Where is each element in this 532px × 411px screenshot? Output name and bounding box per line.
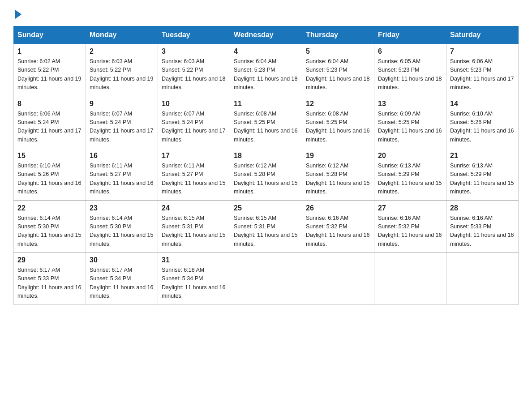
calendar-cell bbox=[374, 253, 446, 305]
page-header bbox=[13, 9, 519, 17]
calendar-cell: 20Sunrise: 6:13 AMSunset: 5:29 PMDayligh… bbox=[374, 148, 446, 201]
day-info: Sunrise: 6:07 AMSunset: 5:24 PMDaylight:… bbox=[90, 110, 154, 145]
calendar-cell: 21Sunrise: 6:13 AMSunset: 5:29 PMDayligh… bbox=[446, 148, 519, 201]
calendar-cell bbox=[302, 253, 374, 305]
day-number: 7 bbox=[450, 47, 515, 56]
day-info: Sunrise: 6:15 AMSunset: 5:31 PMDaylight:… bbox=[162, 214, 226, 249]
calendar-cell: 10Sunrise: 6:07 AMSunset: 5:24 PMDayligh… bbox=[158, 96, 230, 148]
calendar-cell: 19Sunrise: 6:12 AMSunset: 5:28 PMDayligh… bbox=[302, 148, 374, 201]
calendar-cell: 23Sunrise: 6:14 AMSunset: 5:30 PMDayligh… bbox=[86, 200, 158, 253]
calendar-cell: 3Sunrise: 6:03 AMSunset: 5:22 PMDaylight… bbox=[158, 44, 230, 96]
calendar-week-row: 29Sunrise: 6:17 AMSunset: 5:33 PMDayligh… bbox=[14, 253, 519, 305]
weekday-header-friday: Friday bbox=[374, 26, 446, 44]
day-number: 3 bbox=[162, 47, 226, 56]
calendar-cell: 2Sunrise: 6:03 AMSunset: 5:22 PMDaylight… bbox=[86, 44, 158, 96]
calendar-week-row: 1Sunrise: 6:02 AMSunset: 5:22 PMDaylight… bbox=[14, 44, 519, 96]
day-info: Sunrise: 6:12 AMSunset: 5:28 PMDaylight:… bbox=[234, 162, 298, 197]
day-info: Sunrise: 6:11 AMSunset: 5:27 PMDaylight:… bbox=[162, 162, 226, 197]
day-info: Sunrise: 6:06 AMSunset: 5:23 PMDaylight:… bbox=[450, 57, 515, 92]
day-number: 21 bbox=[450, 152, 515, 160]
day-info: Sunrise: 6:06 AMSunset: 5:24 PMDaylight:… bbox=[17, 110, 82, 145]
day-number: 20 bbox=[378, 152, 442, 160]
day-info: Sunrise: 6:10 AMSunset: 5:26 PMDaylight:… bbox=[17, 162, 82, 197]
day-info: Sunrise: 6:04 AMSunset: 5:23 PMDaylight:… bbox=[234, 57, 298, 92]
calendar-cell: 9Sunrise: 6:07 AMSunset: 5:24 PMDaylight… bbox=[86, 96, 158, 148]
weekday-header-monday: Monday bbox=[86, 26, 158, 44]
day-info: Sunrise: 6:10 AMSunset: 5:26 PMDaylight:… bbox=[450, 110, 515, 145]
day-number: 5 bbox=[306, 47, 370, 56]
calendar-cell: 7Sunrise: 6:06 AMSunset: 5:23 PMDaylight… bbox=[446, 44, 519, 96]
day-number: 6 bbox=[378, 47, 442, 56]
day-number: 9 bbox=[90, 100, 154, 108]
day-number: 17 bbox=[162, 152, 226, 160]
calendar-cell: 4Sunrise: 6:04 AMSunset: 5:23 PMDaylight… bbox=[230, 44, 302, 96]
day-info: Sunrise: 6:16 AMSunset: 5:33 PMDaylight:… bbox=[450, 214, 515, 249]
calendar-cell bbox=[230, 253, 302, 305]
day-number: 28 bbox=[450, 204, 515, 212]
day-info: Sunrise: 6:02 AMSunset: 5:22 PMDaylight:… bbox=[17, 57, 82, 92]
day-number: 13 bbox=[378, 100, 442, 108]
day-info: Sunrise: 6:12 AMSunset: 5:28 PMDaylight:… bbox=[306, 162, 370, 197]
calendar-cell: 30Sunrise: 6:17 AMSunset: 5:34 PMDayligh… bbox=[86, 253, 158, 305]
day-info: Sunrise: 6:14 AMSunset: 5:30 PMDaylight:… bbox=[17, 214, 82, 249]
calendar-cell: 18Sunrise: 6:12 AMSunset: 5:28 PMDayligh… bbox=[230, 148, 302, 201]
calendar-cell: 11Sunrise: 6:08 AMSunset: 5:25 PMDayligh… bbox=[230, 96, 302, 148]
day-number: 8 bbox=[17, 100, 82, 108]
day-info: Sunrise: 6:07 AMSunset: 5:24 PMDaylight:… bbox=[162, 110, 226, 145]
calendar-week-row: 22Sunrise: 6:14 AMSunset: 5:30 PMDayligh… bbox=[14, 200, 519, 253]
day-info: Sunrise: 6:13 AMSunset: 5:29 PMDaylight:… bbox=[378, 162, 442, 197]
calendar-cell: 12Sunrise: 6:08 AMSunset: 5:25 PMDayligh… bbox=[302, 96, 374, 148]
calendar-cell: 6Sunrise: 6:05 AMSunset: 5:23 PMDaylight… bbox=[374, 44, 446, 96]
calendar-cell: 14Sunrise: 6:10 AMSunset: 5:26 PMDayligh… bbox=[446, 96, 519, 148]
calendar-cell: 29Sunrise: 6:17 AMSunset: 5:33 PMDayligh… bbox=[14, 253, 86, 305]
day-info: Sunrise: 6:17 AMSunset: 5:33 PMDaylight:… bbox=[17, 266, 82, 301]
calendar-cell bbox=[446, 253, 519, 305]
day-number: 18 bbox=[234, 152, 298, 160]
calendar-table: SundayMondayTuesdayWednesdayThursdayFrid… bbox=[13, 26, 519, 305]
weekday-header-sunday: Sunday bbox=[14, 26, 86, 44]
day-number: 10 bbox=[162, 100, 226, 108]
logo-arrow-icon bbox=[15, 10, 21, 19]
day-info: Sunrise: 6:08 AMSunset: 5:25 PMDaylight:… bbox=[234, 110, 298, 145]
day-number: 14 bbox=[450, 100, 515, 108]
calendar-cell: 16Sunrise: 6:11 AMSunset: 5:27 PMDayligh… bbox=[86, 148, 158, 201]
day-number: 2 bbox=[90, 47, 154, 56]
day-info: Sunrise: 6:05 AMSunset: 5:23 PMDaylight:… bbox=[378, 57, 442, 92]
weekday-header-tuesday: Tuesday bbox=[158, 26, 230, 44]
day-info: Sunrise: 6:16 AMSunset: 5:32 PMDaylight:… bbox=[306, 214, 370, 249]
calendar-cell: 28Sunrise: 6:16 AMSunset: 5:33 PMDayligh… bbox=[446, 200, 519, 253]
calendar-cell: 27Sunrise: 6:16 AMSunset: 5:32 PMDayligh… bbox=[374, 200, 446, 253]
day-info: Sunrise: 6:17 AMSunset: 5:34 PMDaylight:… bbox=[90, 266, 154, 301]
day-number: 19 bbox=[306, 152, 370, 160]
day-info: Sunrise: 6:03 AMSunset: 5:22 PMDaylight:… bbox=[162, 57, 226, 92]
day-info: Sunrise: 6:09 AMSunset: 5:25 PMDaylight:… bbox=[378, 110, 442, 145]
weekday-header-wednesday: Wednesday bbox=[230, 26, 302, 44]
day-number: 1 bbox=[17, 47, 82, 56]
day-number: 29 bbox=[17, 256, 82, 264]
day-number: 4 bbox=[234, 47, 298, 56]
day-info: Sunrise: 6:16 AMSunset: 5:32 PMDaylight:… bbox=[378, 214, 442, 249]
day-info: Sunrise: 6:15 AMSunset: 5:31 PMDaylight:… bbox=[234, 214, 298, 249]
day-info: Sunrise: 6:03 AMSunset: 5:22 PMDaylight:… bbox=[90, 57, 154, 92]
day-number: 24 bbox=[162, 204, 226, 212]
day-number: 16 bbox=[90, 152, 154, 160]
day-number: 27 bbox=[378, 204, 442, 212]
day-info: Sunrise: 6:08 AMSunset: 5:25 PMDaylight:… bbox=[306, 110, 370, 145]
logo bbox=[13, 9, 23, 17]
calendar-cell: 22Sunrise: 6:14 AMSunset: 5:30 PMDayligh… bbox=[14, 200, 86, 253]
calendar-cell: 13Sunrise: 6:09 AMSunset: 5:25 PMDayligh… bbox=[374, 96, 446, 148]
day-info: Sunrise: 6:04 AMSunset: 5:23 PMDaylight:… bbox=[306, 57, 370, 92]
day-number: 26 bbox=[306, 204, 370, 212]
day-info: Sunrise: 6:14 AMSunset: 5:30 PMDaylight:… bbox=[90, 214, 154, 249]
day-number: 23 bbox=[90, 204, 154, 212]
day-number: 15 bbox=[17, 152, 82, 160]
weekday-header-thursday: Thursday bbox=[302, 26, 374, 44]
calendar-cell: 15Sunrise: 6:10 AMSunset: 5:26 PMDayligh… bbox=[14, 148, 86, 201]
day-number: 31 bbox=[162, 256, 226, 264]
day-info: Sunrise: 6:13 AMSunset: 5:29 PMDaylight:… bbox=[450, 162, 515, 197]
calendar-cell: 17Sunrise: 6:11 AMSunset: 5:27 PMDayligh… bbox=[158, 148, 230, 201]
calendar-week-row: 8Sunrise: 6:06 AMSunset: 5:24 PMDaylight… bbox=[14, 96, 519, 148]
day-info: Sunrise: 6:18 AMSunset: 5:34 PMDaylight:… bbox=[162, 266, 226, 301]
calendar-cell: 5Sunrise: 6:04 AMSunset: 5:23 PMDaylight… bbox=[302, 44, 374, 96]
calendar-cell: 24Sunrise: 6:15 AMSunset: 5:31 PMDayligh… bbox=[158, 200, 230, 253]
